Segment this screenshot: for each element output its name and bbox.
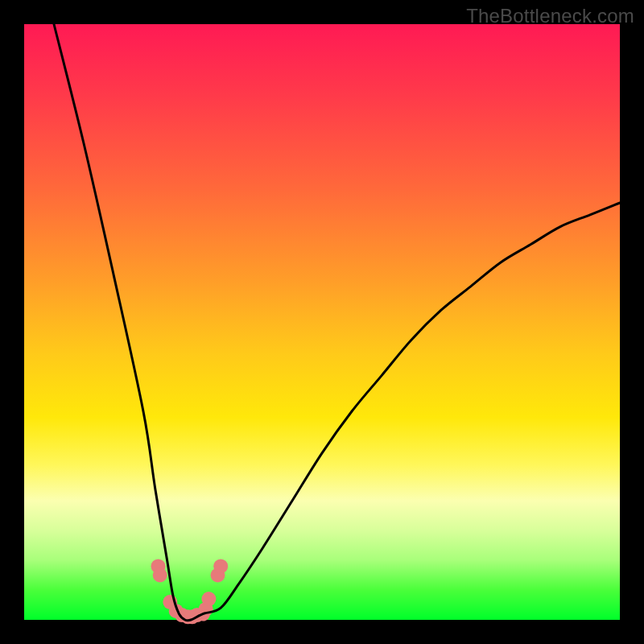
plot-area (24, 24, 620, 620)
highlight-dot (213, 559, 228, 573)
highlight-dot (201, 592, 216, 606)
highlight-dots-group (151, 559, 229, 624)
bottleneck-curve (54, 24, 620, 621)
highlight-dot (153, 568, 167, 583)
chart-frame: TheBottleneck.com (0, 0, 644, 644)
curve-layer (24, 24, 620, 620)
